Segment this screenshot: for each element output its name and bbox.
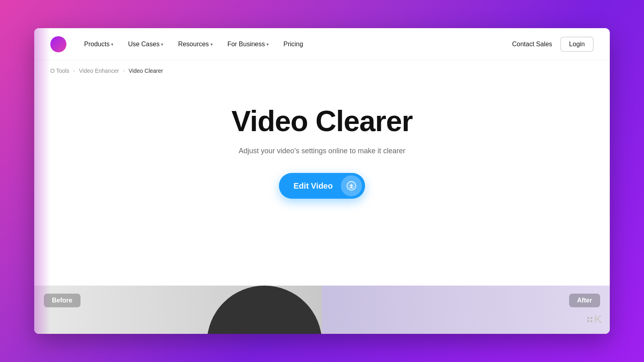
nav-item-resources[interactable]: Resources ▾ [172,37,218,51]
before-panel: Before [34,286,322,334]
watermark-letter: K [594,313,602,326]
nav-right: Contact Sales Login [512,37,594,52]
breadcrumb-item-tools[interactable]: O Tools [50,68,69,74]
nav-item-use-cases[interactable]: Use Cases ▾ [122,37,169,51]
breadcrumb: O Tools › Video Enhancer › Video Clearer [34,60,610,81]
upload-icon [347,181,356,191]
chevron-down-icon: ▾ [266,42,269,47]
chevron-down-icon: ▾ [111,42,114,47]
chevron-down-icon: ▾ [211,42,213,47]
breadcrumb-item-video-enhancer[interactable]: Video Enhancer [79,68,119,74]
watermark-dots [587,317,592,322]
navbar: Products ▾ Use Cases ▾ Resources ▾ For B… [34,28,610,60]
cta-button-label: Edit Video [293,181,332,191]
hero-section: Video Clearer Adjust your video’s settin… [34,81,610,215]
chevron-down-icon: ▾ [161,42,163,47]
dot-1 [587,317,589,319]
nav-item-pricing[interactable]: Pricing [278,37,309,51]
hero-subtitle: Adjust your video’s settings online to m… [239,147,405,155]
after-panel: After [322,286,610,334]
logo[interactable] [50,36,66,52]
dot-3 [587,320,589,322]
login-button[interactable]: Login [560,37,594,52]
after-label: After [569,294,600,307]
dot-4 [590,320,592,322]
dot-2 [590,317,592,319]
nav-item-products[interactable]: Products ▾ [78,37,119,51]
upload-icon-circle [341,175,362,196]
before-after-section: Before After [34,286,610,334]
contact-sales-link[interactable]: Contact Sales [512,41,552,48]
breadcrumb-separator: › [73,68,75,74]
edit-video-button[interactable]: Edit Video [279,173,365,199]
breadcrumb-separator: › [123,68,125,74]
browser-window: Products ▾ Use Cases ▾ Resources ▾ For B… [34,28,610,334]
nav-item-for-business[interactable]: For Business ▾ [222,37,275,51]
nav-links: Products ▾ Use Cases ▾ Resources ▾ For B… [78,37,512,51]
page-title: Video Clearer [231,105,413,137]
before-label: Before [44,294,80,307]
kapwing-watermark: K [587,313,602,326]
breadcrumb-item-video-clearer: Video Clearer [129,68,163,74]
